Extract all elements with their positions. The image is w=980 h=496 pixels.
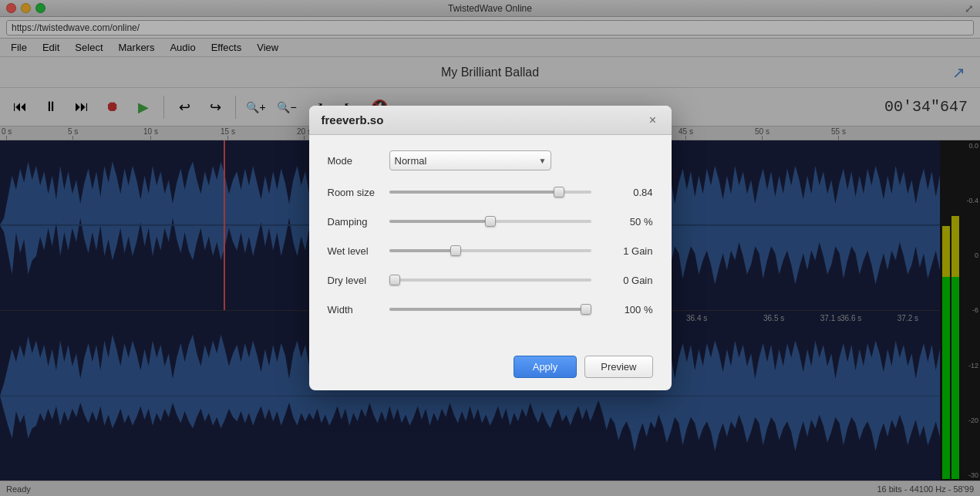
modal-close-button[interactable]: × (647, 114, 659, 127)
width-row: Width 100 % (328, 302, 653, 317)
modal-title: freeverb.so (322, 113, 384, 127)
width-control: 100 % (389, 302, 653, 317)
dry-level-slider-container[interactable] (389, 272, 591, 288)
damping-control: 50 % (389, 214, 653, 229)
room-size-row: Room size 0.84 (328, 184, 653, 200)
room-size-thumb[interactable] (554, 187, 564, 197)
mode-select-wrapper: Normal Freeze ▼ (389, 150, 551, 170)
width-slider-container[interactable] (389, 302, 591, 317)
room-size-slider-container[interactable] (389, 184, 591, 200)
damping-slider-container[interactable] (389, 214, 591, 229)
width-track (389, 308, 591, 311)
modal-body: Mode Normal Freeze ▼ Room size (309, 135, 672, 346)
modal-header: freeverb.so × (309, 106, 672, 135)
modal-footer: Apply Preview (309, 346, 672, 390)
damping-value: 50 % (599, 216, 653, 228)
width-value: 100 % (599, 304, 653, 315)
wet-level-row: Wet level 1 Gain (328, 243, 653, 258)
damping-row: Damping 50 % (328, 214, 653, 229)
room-size-track (389, 191, 591, 194)
wet-level-track (389, 249, 591, 252)
apply-button[interactable]: Apply (514, 356, 578, 378)
dry-level-value: 0 Gain (599, 275, 653, 286)
dry-level-thumb[interactable] (389, 275, 400, 285)
room-size-control: 0.84 (389, 184, 653, 200)
dry-level-control: 0 Gain (389, 272, 653, 288)
dry-level-label: Dry level (328, 275, 389, 286)
damping-thumb[interactable] (485, 216, 496, 227)
width-thumb[interactable] (581, 304, 591, 315)
width-fill (389, 308, 591, 311)
wet-level-control: 1 Gain (389, 243, 653, 258)
width-label: Width (328, 304, 389, 315)
wet-level-label: Wet level (328, 245, 389, 257)
freeverb-modal: freeverb.so × Mode Normal Freeze ▼ (309, 106, 672, 390)
wet-level-value: 1 Gain (599, 245, 653, 257)
room-size-label: Room size (328, 187, 389, 198)
damping-label: Damping (328, 216, 389, 228)
wet-level-thumb[interactable] (450, 245, 461, 256)
mode-control: Normal Freeze ▼ (389, 150, 653, 170)
damping-fill (389, 220, 490, 223)
mode-row: Mode Normal Freeze ▼ (328, 150, 653, 170)
wet-level-slider-container[interactable] (389, 243, 591, 258)
dry-level-track (389, 278, 591, 282)
modal-overlay: freeverb.so × Mode Normal Freeze ▼ (0, 0, 980, 496)
mode-select[interactable]: Normal Freeze (389, 150, 551, 170)
mode-label: Mode (328, 155, 389, 167)
app-window: TwistedWave Online ⤢ File Edit Select Ma… (0, 0, 980, 496)
damping-track (389, 220, 591, 223)
dry-level-row: Dry level 0 Gain (328, 272, 653, 288)
wet-level-fill (389, 249, 456, 252)
room-size-value: 0.84 (599, 187, 653, 198)
preview-button[interactable]: Preview (584, 356, 652, 378)
room-size-fill (389, 191, 559, 194)
